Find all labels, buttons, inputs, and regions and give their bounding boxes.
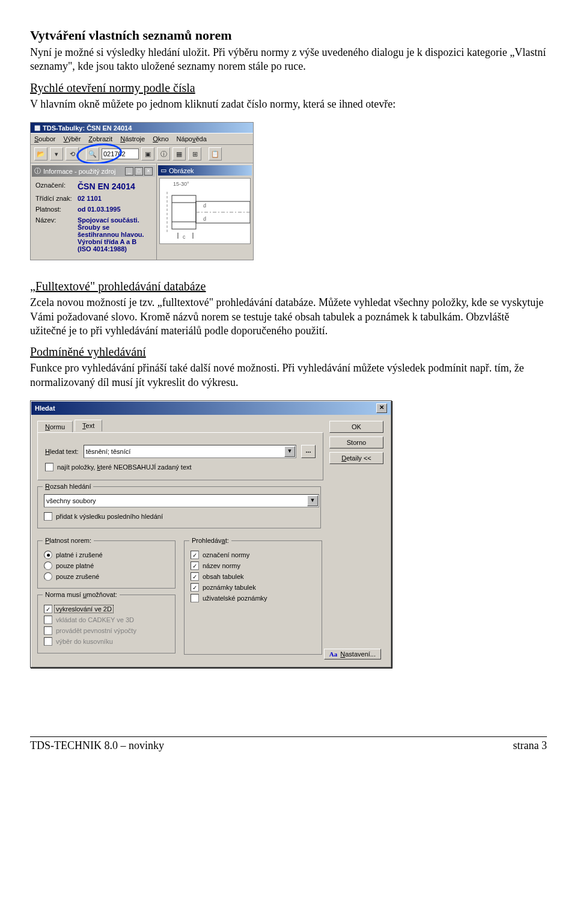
label-chk-p2: název normy	[203, 562, 240, 569]
search-icon[interactable]: 🔍	[86, 147, 99, 161]
label-chk-n3: provádět pevnostní výpočty	[56, 627, 136, 634]
toolbar: 📂 ▾ ⟲ 🔍 ▣ ⓘ ▦ ⊞ 📋	[31, 145, 253, 164]
section-heading-2: Rychlé otevření normy podle čísla	[30, 81, 547, 95]
info-icon[interactable]: ⓘ	[157, 147, 170, 161]
chk-obsah-tabulek[interactable]: ✓	[191, 572, 199, 581]
image-panel-title: Obrázek	[169, 167, 194, 174]
label-radio-2: pouze platné	[56, 562, 94, 569]
svg-rect-1	[172, 195, 196, 229]
label-chk-p4: poznámky tabulek	[203, 584, 256, 591]
para-2: V hlavním okně můžete po jednom kliknutí…	[30, 97, 547, 111]
tool-btn-4[interactable]: ▣	[141, 147, 154, 161]
menu-napoveda[interactable]: Nápověda	[177, 135, 207, 142]
angle-label: 15-30°	[173, 181, 189, 187]
label-chk-n1: vykreslování ve 2D	[54, 605, 114, 613]
radio-pouze-zrusene[interactable]	[44, 572, 52, 581]
label-chk-n4: výběr do kusovníku	[56, 638, 113, 645]
menu-nastroje[interactable]: Nástroje	[120, 135, 145, 142]
scope-combo[interactable]: všechny soubory ▼	[44, 494, 319, 507]
para-4: Funkce pro vyhledávání přináší také dalš…	[30, 361, 547, 390]
chk-pevnostni-vypocty[interactable]	[44, 626, 52, 635]
chk-vykreslovani-2d[interactable]: ✓	[44, 605, 52, 613]
nastaveni-button[interactable]: Aa Nastavení...	[324, 649, 381, 659]
svg-text:c: c	[183, 234, 186, 240]
para-1: Nyní je možné si výsledky hledání uložit…	[30, 46, 547, 74]
window-titlebar: ▦ TDS-Tabulky: ČSN EN 24014	[31, 123, 253, 133]
info-icon-small: ⓘ	[34, 167, 41, 176]
dialog-title: Hledat	[35, 405, 55, 412]
label-chk-p1: označení normy	[203, 551, 249, 558]
group-platnost-legend: Platnost norem:	[43, 537, 94, 544]
para-3: Zcela novou možností je tzv. „fulltextov…	[30, 296, 547, 338]
chk-pridat-vysledek[interactable]	[44, 512, 52, 521]
chk-poznamky-tabulek[interactable]: ✓	[191, 583, 199, 592]
chk-nazev-normy[interactable]: ✓	[191, 561, 199, 570]
tab-normu[interactable]: Normu	[37, 421, 73, 432]
maximize-icon[interactable]: □	[135, 167, 143, 176]
close-icon[interactable]: ✕	[376, 403, 387, 413]
label-chk-p3: obsah tabulek	[203, 573, 244, 580]
radio-platne-i-zrusene[interactable]	[44, 551, 52, 559]
minimize-icon[interactable]: _	[125, 167, 133, 176]
search-dialog: Hledat ✕ OK Storno Detaily << Normu Text…	[30, 400, 392, 668]
tab-text[interactable]: Text	[75, 420, 102, 432]
browse-button[interactable]: ...	[301, 445, 316, 458]
tool-btn-3[interactable]: ⟲	[66, 147, 79, 161]
info-panel-title: Informace - použitý zdroj	[43, 168, 115, 175]
technical-drawing: 15-30° c d d	[159, 178, 251, 244]
label-tridici: Třídící znak:	[35, 195, 78, 202]
dialog-titlebar: Hledat ✕	[31, 402, 391, 415]
menu-zobrazit[interactable]: Zobrazit	[88, 135, 112, 142]
page-footer: TDS-TECHNIK 8.0 – novinky strana 3	[30, 736, 547, 752]
menu-okno[interactable]: Okno	[153, 135, 168, 142]
label-pridat-vysledek: přidat k výsledku posledního hledání	[56, 513, 163, 520]
image-icon: ▭	[160, 167, 166, 174]
label-radio-3: pouze zrušené	[56, 573, 99, 580]
section-heading-1: Vytváření vlastních seznamů norem	[30, 28, 547, 43]
tool-btn-6[interactable]: ▦	[172, 147, 186, 161]
label-chk-n2: vkládat do CADKEY ve 3D	[56, 616, 134, 623]
open-icon[interactable]: 📂	[34, 147, 47, 161]
section-heading-4: Podmíněné vyhledávání	[30, 345, 547, 359]
info-panel: ⓘ Informace - použitý zdroj _ □ × Označe…	[31, 164, 157, 260]
tool-btn-2[interactable]: ▾	[50, 147, 63, 161]
storno-button[interactable]: Storno	[329, 436, 383, 448]
group-prohledavat-legend: Prohledávat:	[189, 537, 231, 544]
copy-icon[interactable]: 📋	[209, 147, 222, 161]
close-icon[interactable]: ×	[144, 167, 153, 176]
value-tridici: 02 1101	[78, 195, 102, 202]
menu-vyber[interactable]: Výběr	[64, 135, 81, 142]
chk-cadkey-3d[interactable]	[44, 616, 52, 624]
chk-vyber-kusovnik[interactable]	[44, 637, 52, 646]
footer-left: TDS-TECHNIK 8.0 – novinky	[30, 739, 164, 752]
image-panel-titlebar: ▭ Obrázek	[158, 165, 252, 176]
menu-soubor[interactable]: Soubor	[34, 135, 55, 142]
aa-icon: Aa	[329, 650, 337, 658]
detaily-button[interactable]: Detaily <<	[329, 452, 383, 464]
chk-neobsahuji[interactable]	[45, 463, 53, 471]
search-text-combo[interactable]: těsnění; těsnící ▼	[84, 445, 296, 458]
image-panel: ▭ Obrázek 15-30° c d d	[157, 164, 253, 260]
radio-pouze-platne[interactable]	[44, 561, 52, 570]
label-chk-p5: uživatelské poznámky	[203, 595, 267, 602]
dropdown-icon[interactable]: ▼	[307, 495, 318, 506]
menu-bar[interactable]: Soubor Výběr Zobrazit Nástroje Okno Nápo…	[31, 133, 253, 145]
dropdown-icon[interactable]: ▼	[284, 446, 295, 457]
label-nazev: Název:	[35, 216, 78, 252]
label-neobsahuji: najít položky, které NEOBSAHUJÍ zadaný t…	[57, 464, 192, 471]
chk-uzivatelske-poznamky[interactable]	[191, 594, 199, 602]
value-platnost: od 01.03.1995	[78, 206, 121, 213]
footer-right: strana 3	[513, 739, 547, 752]
chk-oznaceni-normy[interactable]: ✓	[191, 551, 199, 559]
svg-text:d: d	[203, 203, 206, 209]
search-text-value: těsnění; těsnící	[86, 448, 131, 455]
group-rozsah-legend: Rozsah hledání	[43, 483, 93, 490]
norm-number-input[interactable]	[102, 148, 139, 159]
tool-btn-7[interactable]: ⊞	[188, 147, 201, 161]
label-oznaceni: Označení:	[35, 182, 78, 191]
group-norma-legend: Norma musí umožňovat:	[43, 591, 120, 598]
value-nazev: Spojovací součásti. Šrouby se šestihrann…	[78, 216, 150, 252]
scope-value: všechny soubory	[46, 497, 96, 504]
value-oznaceni: ČSN EN 24014	[78, 182, 135, 191]
svg-text:d: d	[203, 216, 206, 222]
